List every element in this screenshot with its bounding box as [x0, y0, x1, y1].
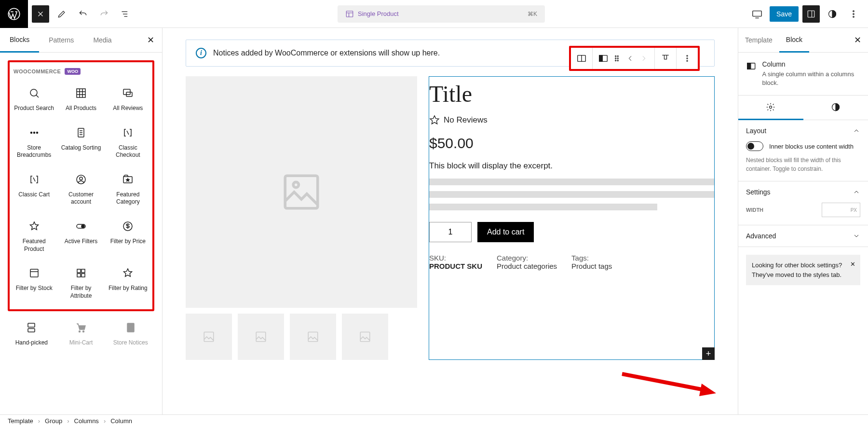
block-featured-category[interactable]: Featured Category [106, 167, 150, 212]
list-view-icon[interactable] [117, 5, 134, 23]
svg-point-13 [33, 132, 35, 133]
arrow-annotation [617, 369, 723, 398]
brackets-icon [122, 127, 134, 138]
options-icon[interactable] [845, 5, 862, 23]
category-title: WOOCOMMERCE [14, 69, 61, 74]
column-block-selected[interactable]: Title No Reviews $50.00 This block will … [429, 76, 715, 360]
svg-rect-22 [30, 269, 38, 277]
layout-help-text: Nested blocks will fill the width of thi… [746, 156, 860, 173]
tab-template[interactable]: Template [738, 28, 779, 52]
block-catalog-sorting[interactable]: Catalog Sorting [58, 120, 103, 165]
block-store-breadcrumbs[interactable]: Store Breadcrumbs [12, 120, 56, 165]
settings-panel: Template Block ✕ Column A single column … [738, 28, 868, 414]
chat-icon [122, 87, 134, 99]
chevron-up-icon [853, 188, 860, 196]
document-title-bar[interactable]: Single Product ⌘K [338, 5, 545, 23]
svg-point-38 [617, 58, 618, 59]
block-classic-checkout[interactable]: Classic Checkout [106, 120, 150, 165]
redo-icon[interactable] [95, 5, 113, 23]
breadcrumb-item[interactable]: Template [8, 417, 33, 425]
block-product-search[interactable]: Product Search [12, 81, 56, 118]
block-all-reviews[interactable]: All Reviews [106, 81, 150, 118]
store-notices-block[interactable]: i Notices added by WooCommerce or extens… [186, 40, 715, 67]
add-block-button[interactable]: + [702, 347, 715, 360]
block-filter-by-price[interactable]: Filter by Price [106, 214, 150, 259]
svg-rect-34 [599, 55, 602, 62]
main-product-image [186, 76, 417, 308]
svg-point-20 [81, 225, 84, 228]
tab-block[interactable]: Block [779, 28, 809, 53]
close-tip-icon[interactable]: ✕ [850, 260, 855, 269]
column-icon[interactable] [597, 52, 610, 65]
advanced-section-header[interactable]: Advanced [738, 225, 868, 247]
styles-tab-icon[interactable] [803, 96, 868, 120]
close-inserter-button[interactable]: ✕ [139, 35, 162, 45]
product-price[interactable]: $50.00 [429, 135, 714, 152]
close-settings-button[interactable]: ✕ [847, 35, 868, 45]
quantity-input[interactable] [429, 222, 472, 242]
block-customer-account[interactable]: Customer account [58, 167, 103, 212]
block-classic-cart[interactable]: Classic Cart [12, 167, 56, 212]
settings-panel-toggle[interactable] [802, 5, 820, 23]
block-description: A single column within a columns block. [762, 70, 860, 87]
drag-handle-icon[interactable] [610, 52, 624, 65]
more-options-icon[interactable] [680, 52, 694, 65]
block-featured-product[interactable]: Featured Product [12, 214, 56, 259]
block-store-notices[interactable]: Store Notices [107, 315, 154, 353]
undo-icon[interactable] [74, 5, 92, 23]
styles-icon[interactable] [824, 5, 841, 23]
move-left-icon[interactable] [624, 52, 637, 65]
content-width-toggle[interactable] [746, 141, 763, 151]
tab-media[interactable]: Media [83, 28, 121, 52]
block-toolbar [569, 46, 700, 71]
product-title[interactable]: Title [429, 81, 714, 107]
thumbnail[interactable] [186, 314, 232, 360]
layout-section-header[interactable]: Layout [738, 120, 868, 141]
edit-icon[interactable] [53, 5, 70, 23]
close-button[interactable] [32, 5, 49, 23]
move-right-icon[interactable] [637, 52, 651, 65]
svg-point-41 [687, 55, 688, 56]
product-gallery[interactable] [186, 76, 417, 360]
view-icon[interactable] [748, 5, 766, 23]
thumbnail[interactable] [290, 314, 336, 360]
settings-tip: Looking for other block settings? They'v… [746, 255, 860, 285]
add-to-cart-block[interactable]: Add to cart [429, 222, 714, 242]
product-reviews[interactable]: No Reviews [429, 115, 714, 125]
block-filter-by-rating[interactable]: Filter by Rating [106, 261, 150, 305]
add-to-cart-button[interactable]: Add to cart [477, 222, 534, 242]
svg-rect-24 [81, 269, 85, 273]
thumbnail[interactable] [342, 314, 388, 360]
block-active-filters[interactable]: Active Filters [58, 214, 103, 259]
breadcrumb-item[interactable]: Columns [74, 417, 99, 425]
width-input[interactable] [822, 203, 860, 217]
block-filter-by-attribute[interactable]: Filter by Attribute [58, 261, 103, 305]
settings-section-header[interactable]: Settings [738, 181, 868, 203]
align-icon[interactable] [659, 52, 672, 65]
breadcrumb-item[interactable]: Column [110, 417, 132, 425]
product-excerpt[interactable]: This block will display the excerpt. [429, 161, 714, 171]
dollar-icon [122, 220, 134, 232]
svg-point-29 [79, 331, 80, 332]
svg-point-42 [687, 58, 688, 59]
svg-point-52 [770, 106, 772, 109]
block-hand-picked[interactable]: Hand-picked [8, 315, 55, 353]
meta-item: Category: Product categories [497, 254, 557, 270]
columns-parent-icon[interactable] [575, 52, 588, 65]
block-filter-by-stock[interactable]: Filter by Stock [12, 261, 56, 305]
thumbnail[interactable] [238, 314, 284, 360]
breadcrumb-item[interactable]: Group [45, 417, 62, 425]
product-meta[interactable]: SKU: PRODUCT SKU Category: Product categ… [429, 254, 714, 270]
block-mini-cart[interactable]: Mini-Cart [57, 315, 105, 353]
column-block-icon [746, 60, 756, 72]
toggle-label: Inner blocks use content width [769, 143, 854, 150]
top-toolbar: Single Product ⌘K Save [0, 0, 868, 28]
tab-blocks[interactable]: Blocks [0, 28, 39, 53]
notice-icon [125, 322, 136, 333]
wordpress-logo[interactable] [0, 0, 28, 28]
settings-tab-icon[interactable] [738, 96, 803, 120]
svg-rect-27 [28, 323, 35, 327]
tab-patterns[interactable]: Patterns [39, 28, 83, 52]
save-button[interactable]: Save [770, 6, 799, 22]
block-all-products[interactable]: All Products [58, 81, 103, 118]
